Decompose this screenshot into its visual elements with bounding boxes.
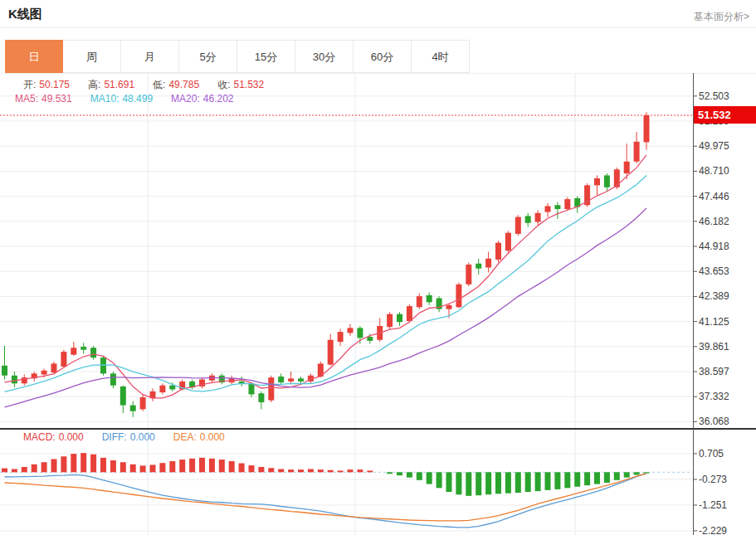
info-value: 46.202 [203, 93, 234, 105]
macd-bar [614, 472, 620, 480]
macd-bar [545, 472, 551, 490]
candle-body [2, 366, 7, 376]
y-axis-label: 0.705 [699, 447, 724, 460]
tab-15min[interactable]: 15分 [237, 40, 295, 73]
y-axis-label: 52.503 [699, 90, 729, 103]
y-axis-label: 44.918 [699, 240, 729, 253]
info-value: 51.691 [104, 79, 134, 90]
macd-bar [574, 472, 580, 486]
tab-4hour[interactable]: 4时 [412, 40, 470, 73]
macd-bar [150, 464, 156, 472]
ma20-line [5, 208, 647, 407]
info-value: 50.175 [39, 79, 70, 90]
macd-bar [308, 469, 314, 472]
macd-bar [318, 469, 324, 472]
macd-bar [456, 472, 461, 494]
tab-week[interactable]: 周 [63, 40, 121, 73]
info-label: 低: [153, 79, 165, 90]
macd-bar [100, 458, 106, 472]
macd-bar [130, 464, 136, 473]
candle-body [427, 295, 432, 302]
tab-60min[interactable]: 60分 [354, 40, 412, 73]
macd-bar [624, 472, 630, 477]
kline-chart[interactable] [0, 73, 756, 535]
macd-bar [22, 467, 27, 472]
macd-bar [268, 468, 274, 472]
macd-bar [348, 469, 354, 472]
candle-body [634, 142, 640, 162]
candle-body [80, 347, 86, 350]
y-axis-label: 41.125 [699, 315, 729, 328]
candle-body [624, 162, 630, 173]
interval-tabs: 日周月5分15分30分60分4时 [5, 40, 470, 73]
ma-info-row: MA5:49.531MA10:48.499MA20:46.202 [15, 93, 252, 105]
info-label: 高: [88, 79, 100, 90]
info-label: MA10: [90, 93, 119, 105]
macd-bar [427, 472, 432, 484]
macd-bar [554, 472, 560, 489]
y-axis-label: 38.597 [699, 365, 729, 378]
candle-body [554, 205, 560, 209]
candle-body [397, 314, 402, 323]
info-value: 0.000 [130, 431, 155, 443]
tab-30min[interactable]: 30分 [295, 40, 354, 73]
y-axis-label: 47.446 [699, 190, 729, 203]
info-label: DIFF: [102, 431, 127, 443]
info-value: 0.000 [200, 431, 225, 443]
macd-bar [367, 470, 373, 472]
kline-page: K线图 基本面分析> 日周月5分15分30分60分4时 开:50.175高:51… [0, 0, 756, 535]
macd-bar [505, 472, 511, 493]
candle-body [515, 217, 521, 234]
macd-bar [2, 469, 7, 473]
macd-bar [61, 456, 66, 472]
macd-bar [446, 472, 452, 492]
macd-bar [159, 463, 165, 472]
candle-body [476, 264, 481, 269]
info-label: MACD: [23, 431, 56, 443]
tab-month[interactable]: 月 [121, 40, 179, 73]
y-axis-label: 46.182 [699, 215, 729, 228]
candle-body [348, 328, 354, 333]
macd-bar [90, 455, 96, 473]
y-axis-label: 36.068 [699, 415, 729, 428]
macd-bar [199, 458, 205, 472]
title-divider [0, 27, 756, 28]
y-axis-label: -1.251 [699, 499, 727, 512]
candle-body [159, 386, 165, 392]
candle-body [100, 357, 106, 373]
y-axis-label: -0.273 [699, 473, 727, 486]
macd-bar [120, 462, 126, 472]
info-label: MA5: [15, 93, 38, 105]
info-label: DEA: [173, 431, 197, 443]
y-axis-label: 37.332 [699, 390, 729, 403]
macd-bar [476, 472, 481, 495]
macd-bar [140, 465, 146, 472]
macd-bar [298, 469, 304, 472]
macd-bar [219, 460, 225, 472]
macd-bar [485, 472, 491, 494]
macd-bar [169, 461, 175, 472]
macd-bar [357, 469, 363, 472]
macd-bar [495, 472, 501, 494]
candle-body [110, 373, 116, 385]
macd-bar [437, 472, 442, 488]
macd-bar [644, 472, 650, 473]
macd-bar [397, 472, 402, 475]
tab-day[interactable]: 日 [5, 40, 63, 73]
candle-body [140, 397, 146, 409]
candle-body [505, 233, 511, 251]
candle-body [535, 213, 541, 222]
candle-body [41, 371, 47, 375]
candle-body [407, 306, 412, 321]
macd-bar [249, 465, 255, 472]
candle-body [120, 387, 126, 406]
macd-bar [535, 472, 541, 491]
candle-body [485, 259, 491, 268]
macd-bar [189, 459, 195, 472]
fundamental-analysis-link[interactable]: 基本面分析> [694, 10, 749, 24]
y-axis-label: 48.710 [699, 164, 729, 178]
tab-5min[interactable]: 5分 [179, 40, 237, 73]
macd-bar [515, 472, 521, 493]
candle-body [446, 305, 452, 309]
candle-body [130, 406, 136, 411]
